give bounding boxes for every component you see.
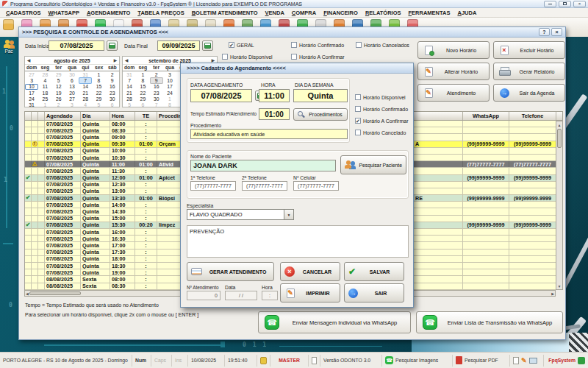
- menu-item-whatsapp[interactable]: WHATSAPP: [45, 9, 83, 17]
- column-header[interactable]: Telefone: [509, 112, 556, 120]
- menu-item-relat-rios[interactable]: RELATÓRIOS: [362, 9, 405, 17]
- calendar-day[interactable]: 3: [65, 102, 79, 107]
- calendar-day[interactable]: 10: [163, 77, 176, 83]
- column-header[interactable]: WhatsApp: [463, 112, 509, 120]
- salvar-button[interactable]: ✔ SALVAR: [344, 262, 404, 281]
- data-inicial-calendar-button[interactable]: [107, 40, 118, 51]
- calendar-day[interactable]: 7: [150, 102, 163, 107]
- column-header[interactable]: [25, 112, 32, 120]
- calendar-day[interactable]: 1: [163, 96, 176, 102]
- calendar-day[interactable]: 1: [38, 102, 51, 107]
- checkbox-horario-a-confirmar-dialog[interactable]: ✔Horário A Confirmar: [355, 118, 408, 124]
- menu-item-agendamento[interactable]: AGENDAMENTO: [83, 9, 134, 17]
- calendar-day[interactable]: 23: [150, 90, 163, 96]
- calendar-day[interactable]: 17: [25, 90, 38, 96]
- atendimento-button[interactable]: ✎ Atendimento: [417, 84, 490, 102]
- calendar-day[interactable]: 31: [79, 71, 92, 77]
- calendar-day[interactable]: 15: [92, 84, 105, 90]
- calendar-day[interactable]: 12: [52, 84, 65, 90]
- calendar-day[interactable]: 22: [136, 90, 149, 96]
- cancelar-button[interactable]: × CANCELAR: [280, 262, 340, 281]
- calendar-day[interactable]: 28: [79, 96, 92, 102]
- calendar-day[interactable]: 16: [106, 84, 119, 90]
- calendar-day[interactable]: 31: [25, 102, 38, 107]
- data-agendamento-input[interactable]: 07/08/2025: [190, 89, 252, 102]
- menu-item-boletim-atendimento[interactable]: BOLETIM ATENDIMENTO: [188, 9, 262, 17]
- calendar-day[interactable]: 8: [136, 77, 149, 83]
- data-final-calendar-button[interactable]: [202, 40, 213, 51]
- gerar-atendimento-button[interactable]: GERAR ATENDIMENTO: [187, 262, 274, 281]
- desktop-icon-pacientes[interactable]: Pac: [1, 40, 17, 54]
- calendar-day[interactable]: 16: [150, 84, 163, 90]
- calendar-day[interactable]: 24: [25, 96, 38, 102]
- calendar-day[interactable]: 24: [163, 90, 176, 96]
- calendar-day[interactable]: 9: [106, 77, 119, 83]
- checkbox-horario-cancelados[interactable]: Horário Cancelados: [356, 42, 409, 48]
- menu-item-ferramentas[interactable]: FERRAMENTAS: [405, 9, 454, 17]
- calendar-day[interactable]: 4: [38, 77, 51, 83]
- calendar-next-icon[interactable]: ▶: [114, 58, 117, 63]
- column-header[interactable]: [32, 112, 38, 120]
- alterar-horario-button[interactable]: ✎ Alterar Horário: [417, 63, 490, 80]
- calendar-day[interactable]: 5: [52, 77, 65, 83]
- menu-item-compra[interactable]: COMPRA: [288, 9, 320, 17]
- calendar-day[interactable]: 9: [150, 77, 163, 83]
- especialista-select[interactable]: FLAVIO QUADRADO ▼: [187, 209, 294, 220]
- calendar-day[interactable]: 13: [65, 84, 79, 90]
- nome-paciente-input[interactable]: JOANA DARK: [190, 160, 336, 171]
- calendar-august[interactable]: ◀agosto de 2025▶domsegterquaquisexsáb272…: [24, 56, 120, 107]
- calendar-day[interactable]: 14: [79, 84, 92, 90]
- checkbox-horario-disponivel-dialog[interactable]: Horário Disponível: [355, 94, 406, 100]
- imprimir-button[interactable]: ✎ IMPRIMIR: [280, 283, 340, 302]
- menu-item-ajuda[interactable]: AJUDA: [453, 9, 480, 17]
- novo-horario-button[interactable]: Novo Horário: [417, 41, 490, 59]
- scroll-left-icon[interactable]: ◀: [26, 291, 29, 296]
- calendar-day[interactable]: 6: [136, 102, 149, 107]
- calendar-day[interactable]: 4: [79, 102, 92, 107]
- calendar-day[interactable]: 2: [52, 102, 65, 107]
- tel1-input[interactable]: (77)77777-7777: [190, 181, 236, 191]
- celular-input[interactable]: (77)77777-7777: [293, 181, 339, 191]
- data-inicial-input[interactable]: 07/08/2025: [49, 40, 104, 51]
- restore-button[interactable]: [559, 1, 571, 7]
- data-final-input[interactable]: 09/09/2025: [157, 40, 200, 51]
- calendar-day[interactable]: 30: [150, 96, 163, 102]
- calendar-day[interactable]: 25: [38, 96, 51, 102]
- scroll-down-icon[interactable]: ▼: [556, 283, 562, 289]
- calendar-day[interactable]: 29: [136, 96, 149, 102]
- gerar-relatorio-button[interactable]: Gerar Relatório: [493, 63, 565, 80]
- column-header[interactable]: Dia: [81, 112, 110, 120]
- calendar-day[interactable]: 31: [123, 71, 136, 77]
- scroll-up-icon[interactable]: ▲: [556, 121, 562, 128]
- tempo-estimado-input[interactable]: 01:00: [259, 108, 290, 120]
- menu-item-venda[interactable]: VENDA: [262, 9, 288, 17]
- calendar-day[interactable]: 7: [123, 77, 136, 83]
- menu-item-cadastros[interactable]: CADASTROS: [2, 9, 45, 17]
- scrollbar-thumb[interactable]: [557, 129, 562, 148]
- pesquisar-paciente-button[interactable]: Pesquisar Paciente: [340, 155, 406, 174]
- checkbox-horario-a-confirmar[interactable]: Horário A Confirmar: [291, 54, 344, 60]
- tel2-input[interactable]: (77)77777-7777: [242, 181, 287, 191]
- calendar-day[interactable]: 29: [92, 96, 105, 102]
- menu-item-financeiro[interactable]: FINANCEIRO: [320, 9, 362, 17]
- calendar-day[interactable]: 30: [65, 71, 79, 77]
- pesquisar-imagens-button[interactable]: ☎Pesquisar Imagens: [382, 355, 453, 367]
- calendar-day[interactable]: 8: [163, 102, 176, 107]
- column-header[interactable]: [38, 112, 45, 120]
- calendar-day[interactable]: 30: [106, 96, 119, 102]
- minimize-button[interactable]: [544, 1, 556, 7]
- calendar-day[interactable]: 1: [92, 71, 105, 77]
- sair-da-agenda-button[interactable]: → Sair da Agenda: [493, 84, 565, 102]
- column-header[interactable]: Hora: [110, 112, 135, 120]
- pesquisar-pdf-button[interactable]: Pesquisar PDF: [453, 355, 510, 367]
- calendar-day[interactable]: 2: [106, 71, 119, 77]
- calendar-day[interactable]: 17: [163, 84, 176, 90]
- checkbox-horario-confirmado[interactable]: Horário Confirmado: [291, 42, 344, 48]
- calendar-day[interactable]: 8: [92, 77, 105, 83]
- checkbox-horario-disponivel[interactable]: Horário Disponível: [222, 54, 273, 60]
- calendar-day[interactable]: 20: [65, 90, 79, 96]
- excluir-horario-button[interactable]: × Excluir Horário: [493, 41, 565, 59]
- menu-item-tabela-preços[interactable]: TABELA PREÇOS: [134, 9, 187, 17]
- data-atendimento-input[interactable]: / /: [225, 291, 257, 300]
- calendar-day[interactable]: 27: [65, 96, 79, 102]
